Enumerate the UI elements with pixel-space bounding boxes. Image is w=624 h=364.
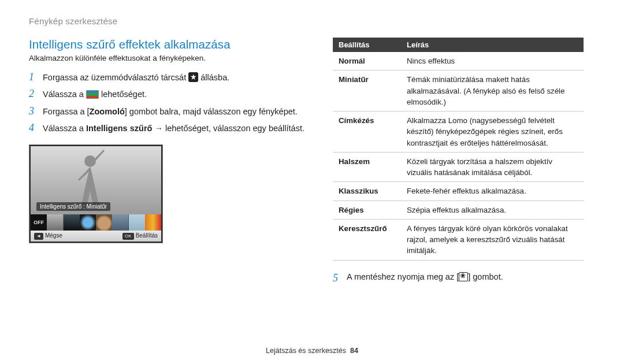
thumb-5[interactable] (112, 214, 128, 231)
step-3-text: Forgassa a [Zoomoló] gombot balra, majd … (43, 105, 306, 118)
step-3-post: ] gombot balra, majd válasszon egy fényk… (125, 107, 298, 116)
step-1-post: állásba. (198, 73, 229, 82)
option-name: Klasszikus (333, 182, 401, 200)
thumb-off[interactable]: OFF (31, 214, 47, 231)
page-footer: Lejátszás és szerkesztés 84 (0, 347, 624, 355)
preview-action-bar: ◄Mégse OKBeállítás (31, 231, 161, 242)
option-name: Címkézés (333, 112, 401, 153)
step-4-post: lehetőséget, válasszon egy beállítást. (165, 124, 304, 133)
option-name: Halszem (333, 152, 401, 182)
options-table: Beállítás Leírás NormálNincs effektusMin… (333, 38, 584, 261)
table-row: KeresztszűrőA fényes tárgyak köré olyan … (333, 219, 584, 260)
step-3-pre: Forgassa a [ (43, 107, 90, 116)
step-5: 5 A mentéshez nyomja meg az [] gombot. (333, 272, 584, 284)
table-row: MiniatűrTémák miniatürizálása makett hat… (333, 70, 584, 112)
option-desc: Szépia effektus alkalmazása. (401, 200, 584, 219)
steps-list: 1 Forgassa az üzemmódválasztó tárcsát ál… (29, 70, 306, 135)
thumb-2[interactable] (64, 214, 80, 231)
preview-image: Intelligens szűrő : Miniatűr (31, 146, 161, 214)
back-label: Mégse (45, 232, 62, 239)
save-icon (459, 272, 468, 281)
preview-frame: Intelligens szűrő : Miniatűr OFF ◄Mégse … (29, 144, 163, 243)
table-row: KlasszikusFekete-fehér effektus alkalmaz… (333, 182, 584, 200)
table-row: RégiesSzépia effektus alkalmazása. (333, 200, 584, 219)
footer-page: 84 (350, 347, 358, 355)
back-key-icon: ◄ (34, 233, 43, 240)
table-row: NormálNincs effektus (333, 52, 584, 70)
section-title: Intelligens szűrő effektek alkalmazása (29, 38, 306, 51)
thumb-4[interactable] (96, 214, 112, 231)
step-4-bold: Intelligens szűrő (86, 124, 152, 133)
back-action[interactable]: ◄Mégse (34, 232, 62, 240)
step-number: 4 (29, 121, 37, 135)
thumb-3[interactable] (80, 214, 96, 231)
option-desc: A fényes tárgyak köré olyan körkörös von… (401, 219, 584, 260)
option-desc: Nincs effektus (401, 52, 584, 70)
menu-icon (86, 90, 99, 99)
th-option: Beállítás (333, 38, 401, 52)
step-2-post: lehetőséget. (99, 90, 147, 99)
thumb-6[interactable] (129, 214, 145, 231)
option-name: Régies (333, 200, 401, 219)
breadcrumb: Fénykép szerkesztése (29, 16, 584, 26)
step-5-post: ] gombot. (468, 272, 503, 281)
step-2-text: Válassza a lehetőséget. (43, 87, 306, 101)
left-column: Intelligens szűrő effektek alkalmazása A… (29, 38, 306, 284)
right-column: Beállítás Leírás NormálNincs effektusMin… (333, 38, 584, 284)
step-number: 1 (29, 70, 37, 84)
step-5-pre: A mentéshez nyomja meg az [ (347, 272, 459, 281)
step-4-pre: Válassza a (43, 124, 86, 133)
step-4-text: Válassza a Intelligens szűrő → lehetőség… (43, 121, 306, 135)
option-desc: Közeli tárgyak torzítása a halszem objek… (401, 152, 584, 182)
thumb-7[interactable] (145, 214, 161, 231)
step-number: 5 (333, 272, 341, 284)
table-row: CímkézésAlkalmazza Lomo (nagysebességű f… (333, 112, 584, 153)
option-name: Miniatűr (333, 70, 401, 112)
option-desc: Témák miniatürizálása makett hatás alkal… (401, 70, 584, 112)
mode-dial-icon (188, 72, 198, 82)
thumb-1[interactable] (47, 214, 63, 231)
option-name: Keresztszűrő (333, 219, 401, 260)
option-name: Normál (333, 52, 401, 70)
table-row: HalszemKözeli tárgyak torzítása a halsze… (333, 152, 584, 182)
ok-key-icon: OK (122, 233, 134, 240)
filter-thumbnails: OFF (31, 214, 161, 231)
step-2-pre: Válassza a (43, 90, 86, 99)
step-3-bold: Zoomoló (90, 107, 125, 116)
arrow-icon: → (152, 124, 165, 133)
preview-caption: Intelligens szűrő : Miniatűr (36, 202, 110, 211)
ok-action[interactable]: OKBeállítás (122, 232, 158, 240)
th-desc: Leírás (401, 38, 584, 52)
step-number: 2 (29, 87, 37, 101)
step-1-pre: Forgassa az üzemmódválasztó tárcsát (43, 73, 188, 82)
footer-section: Lejátszás és szerkesztés (266, 347, 346, 355)
option-desc: Fekete-fehér effektus alkalmazása. (401, 182, 584, 200)
section-subtitle: Alkalmazzon különféle effektusokat a fén… (29, 54, 306, 62)
step-number: 3 (29, 105, 37, 118)
ok-label: Beállítás (136, 232, 158, 239)
step-5-text: A mentéshez nyomja meg az [] gombot. (347, 272, 503, 284)
step-1-text: Forgassa az üzemmódválasztó tárcsát állá… (43, 70, 306, 84)
option-desc: Alkalmazza Lomo (nagysebességű felvételt… (401, 112, 584, 153)
